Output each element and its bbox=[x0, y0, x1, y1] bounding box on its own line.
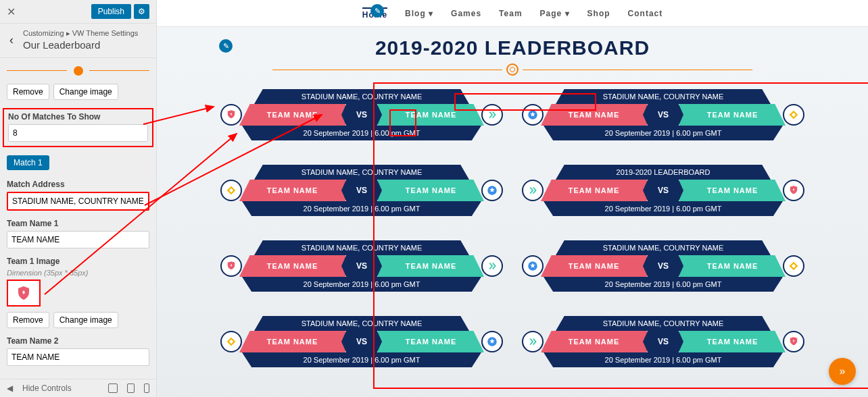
match-badge[interactable]: Match 1 bbox=[7, 155, 49, 170]
team2-icon bbox=[783, 255, 804, 277]
team1-name: TEAM NAME bbox=[541, 255, 647, 277]
team1-icon bbox=[522, 180, 544, 201]
vs-label: VS bbox=[643, 255, 683, 277]
team1-label: Team Name 1 bbox=[7, 219, 149, 228]
team2-icon bbox=[481, 180, 503, 201]
team2-icon bbox=[783, 331, 804, 352]
close-icon[interactable]: ✕ bbox=[7, 5, 16, 18]
match-date: 20 September 2019 | 6.00 pm GMT bbox=[544, 201, 783, 216]
shield-icon bbox=[16, 285, 32, 301]
team1-name: TEAM NAME bbox=[541, 180, 647, 201]
team2-name: TEAM NAME bbox=[378, 180, 484, 201]
edit-shortcut-icon[interactable]: ✎ bbox=[370, 4, 384, 18]
team2-icon bbox=[481, 255, 503, 277]
stadium-label: 2019-2020 LEADERBOARD bbox=[556, 165, 771, 180]
team2-name: TEAM NAME bbox=[679, 255, 786, 277]
match-date: 20 September 2019 | 6.00 pm GMT bbox=[544, 126, 783, 140]
panel-title: Our Leaderboard bbox=[23, 39, 138, 51]
customizer-sidebar: ✕ Publish ⚙ ‹ Customizing ▸ VW Theme Set… bbox=[0, 0, 157, 397]
collapse-icon[interactable]: ◀ bbox=[7, 383, 13, 393]
change-image-button-2[interactable]: Change image bbox=[53, 312, 118, 328]
vs-label: VS bbox=[341, 104, 382, 126]
no-matches-input[interactable] bbox=[8, 124, 148, 142]
vs-label: VS bbox=[643, 180, 683, 201]
scroll-top-button[interactable]: » bbox=[829, 358, 856, 385]
leaderboard-title: 2019-2020 LEADERBOARD bbox=[157, 36, 868, 59]
mobile-icon[interactable] bbox=[144, 383, 149, 393]
nav-games[interactable]: Games bbox=[451, 9, 481, 18]
team1-icon bbox=[522, 331, 544, 352]
publish-button[interactable]: Publish bbox=[91, 4, 131, 19]
team1-icon bbox=[220, 104, 242, 126]
team2-name: TEAM NAME bbox=[679, 180, 786, 201]
edit-shortcut-icon[interactable]: ✎ bbox=[219, 39, 233, 53]
team2-name: TEAM NAME bbox=[378, 255, 484, 277]
match-date: 20 September 2019 | 6.00 pm GMT bbox=[242, 201, 481, 216]
match-card: STADIUM NAME, COUNTRY NAMETEAM NAMEVSTEA… bbox=[526, 89, 800, 151]
match-card: STADIUM NAME, COUNTRY NAMETEAM NAMEVSTEA… bbox=[526, 316, 800, 378]
stadium-label: STADIUM NAME, COUNTRY NAME bbox=[254, 240, 469, 255]
team2-icon bbox=[481, 331, 503, 352]
no-matches-label: No Of Matches To Show bbox=[8, 112, 148, 122]
team1-name: TEAM NAME bbox=[541, 331, 647, 352]
match-date: 20 September 2019 | 6.00 pm GMT bbox=[242, 277, 481, 292]
nav-team[interactable]: Team bbox=[499, 9, 522, 18]
vs-label: VS bbox=[341, 180, 382, 201]
vs-label: VS bbox=[643, 104, 683, 126]
breadcrumb: Customizing ▸ VW Theme Settings bbox=[23, 29, 138, 37]
team2-icon bbox=[783, 104, 804, 126]
team1-icon bbox=[522, 104, 544, 126]
team1-name: TEAM NAME bbox=[239, 331, 345, 352]
stadium-label: STADIUM NAME, COUNTRY NAME bbox=[556, 240, 771, 255]
match-card: STADIUM NAME, COUNTRY NAMETEAM NAMEVSTEA… bbox=[224, 89, 499, 151]
match-card: STADIUM NAME, COUNTRY NAMETEAM NAMEVSTEA… bbox=[224, 165, 499, 227]
team1-icon bbox=[220, 255, 242, 277]
back-icon[interactable]: ‹ bbox=[7, 32, 16, 49]
nav-contact[interactable]: Contact bbox=[628, 9, 663, 18]
team1-input[interactable] bbox=[7, 231, 149, 248]
team2-input[interactable] bbox=[7, 348, 149, 366]
vs-label: VS bbox=[643, 331, 683, 352]
team2-name: TEAM NAME bbox=[378, 331, 484, 352]
nav-blog[interactable]: Blog ▾ bbox=[405, 9, 433, 18]
gear-icon[interactable]: ⚙ bbox=[134, 4, 149, 19]
team2-name: TEAM NAME bbox=[679, 104, 786, 126]
match-date: 20 September 2019 | 6.00 pm GMT bbox=[242, 126, 481, 140]
team1-image-thumb[interactable] bbox=[7, 280, 41, 307]
stadium-label: STADIUM NAME, COUNTRY NAME bbox=[556, 316, 771, 331]
team1-name: TEAM NAME bbox=[541, 104, 647, 126]
match-card: STADIUM NAME, COUNTRY NAMETEAM NAMEVSTEA… bbox=[526, 240, 800, 302]
team2-icon bbox=[783, 180, 804, 201]
desktop-icon[interactable] bbox=[108, 383, 118, 393]
change-image-button[interactable]: Change image bbox=[53, 84, 118, 100]
stadium-label: STADIUM NAME, COUNTRY NAME bbox=[254, 165, 469, 180]
stadium-label: STADIUM NAME, COUNTRY NAME bbox=[556, 89, 771, 104]
match-date: 20 September 2019 | 6.00 pm GMT bbox=[544, 352, 783, 367]
site-nav: Home Blog ▾ Games Team Page ▾ Shop Conta… bbox=[157, 0, 868, 27]
team2-name: TEAM NAME bbox=[378, 104, 484, 126]
team1-image-label: Team 1 Image bbox=[7, 257, 149, 266]
team2-icon bbox=[481, 104, 503, 126]
team1-icon bbox=[220, 331, 242, 352]
nav-shop[interactable]: Shop bbox=[587, 9, 610, 18]
match-date: 20 September 2019 | 6.00 pm GMT bbox=[242, 352, 481, 367]
team1-name: TEAM NAME bbox=[239, 104, 345, 126]
stadium-label: STADIUM NAME, COUNTRY NAME bbox=[254, 89, 469, 104]
hide-controls-button[interactable]: Hide Controls bbox=[22, 383, 72, 393]
dimension-note: Dimension (35px * 35px) bbox=[7, 269, 149, 277]
team2-label: Team Name 2 bbox=[7, 336, 149, 346]
vs-label: VS bbox=[341, 331, 382, 352]
remove-button[interactable]: Remove bbox=[7, 84, 49, 100]
tablet-icon[interactable] bbox=[127, 383, 135, 393]
match-address-input[interactable] bbox=[7, 192, 149, 211]
match-address-label: Match Address bbox=[7, 180, 149, 189]
match-card: STADIUM NAME, COUNTRY NAMETEAM NAMEVSTEA… bbox=[224, 240, 499, 302]
team2-name: TEAM NAME bbox=[679, 331, 786, 352]
remove-image-button[interactable]: Remove bbox=[7, 312, 49, 328]
preview-pane: ✎ Home Blog ▾ Games Team Page ▾ Shop Con… bbox=[157, 0, 868, 397]
team1-icon bbox=[220, 180, 242, 201]
matches-grid: STADIUM NAME, COUNTRY NAMETEAM NAMEVSTEA… bbox=[157, 81, 868, 385]
nav-page[interactable]: Page ▾ bbox=[540, 9, 570, 18]
team1-name: TEAM NAME bbox=[239, 255, 345, 277]
divider-icon bbox=[157, 63, 868, 76]
